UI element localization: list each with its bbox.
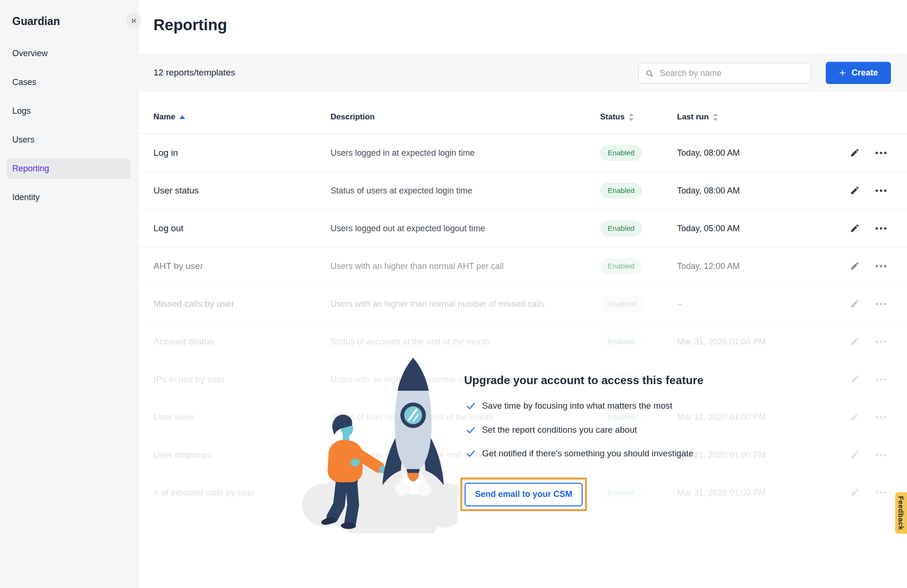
edit-icon <box>850 336 860 346</box>
upgrade-benefit: Get notified if there's something you sh… <box>466 447 694 460</box>
more-actions-button[interactable] <box>874 185 888 197</box>
search-input[interactable] <box>659 68 804 79</box>
edit-icon <box>850 412 860 422</box>
edit-button[interactable] <box>848 411 861 423</box>
more-actions-icon <box>875 227 887 230</box>
report-name: AHT by user <box>153 261 203 271</box>
last-run: Mar 31, 2020 01:00 PM <box>677 336 766 346</box>
edit-button[interactable] <box>848 487 861 499</box>
sidebar-item-logs[interactable]: Logs <box>0 101 138 121</box>
table-row[interactable]: Missed calls by userUsers with an higher… <box>138 285 907 323</box>
more-actions-button[interactable] <box>874 222 888 235</box>
more-actions-icon <box>875 302 887 306</box>
table-row[interactable]: Log outUsers logged out at expected logo… <box>138 210 907 247</box>
edit-icon <box>850 223 860 233</box>
report-description: Users with an higher than normal AHT per… <box>331 261 504 271</box>
table-row[interactable]: Account StatusStatus of accounts at the … <box>138 323 907 361</box>
edit-icon <box>850 148 860 158</box>
edit-button[interactable] <box>848 298 861 310</box>
upgrade-title: Upgrade your account to access this feat… <box>464 374 704 387</box>
last-run: Today, 05:00 AM <box>677 223 740 233</box>
last-run: Mar 31, 2020 01:00 PM <box>677 412 766 422</box>
benefit-check-icon <box>466 448 476 459</box>
create-button[interactable]: Create <box>826 62 891 84</box>
report-name: Account Status <box>153 336 214 347</box>
upgrade-rocket-illustration <box>297 349 458 533</box>
more-actions-icon <box>875 491 887 495</box>
more-actions-icon <box>875 415 887 419</box>
column-header-name[interactable]: Name <box>153 111 185 123</box>
report-name: # of inbound calls by user <box>153 487 255 498</box>
table-row[interactable]: User statusStatus of users at expected l… <box>138 172 907 210</box>
column-header-last-run[interactable]: Last run <box>677 111 718 123</box>
sidebar-item-reporting[interactable]: Reporting <box>7 158 131 179</box>
page-title: Reporting <box>153 16 227 34</box>
table-row[interactable]: AHT by userUsers with an higher than nor… <box>138 247 907 285</box>
edit-button[interactable] <box>848 147 861 159</box>
more-actions-button[interactable] <box>874 487 888 499</box>
search-box[interactable] <box>638 63 811 84</box>
sort-asc-icon <box>179 115 185 119</box>
edit-button[interactable] <box>848 449 861 461</box>
report-name: User ringroups <box>153 450 212 460</box>
edit-icon <box>850 374 860 384</box>
sidebar-nav: Overview Cases Logs Users Reporting Iden… <box>0 43 138 216</box>
edit-button[interactable] <box>848 260 861 272</box>
more-actions-button[interactable] <box>874 298 888 310</box>
sort-icon <box>629 113 634 121</box>
last-run: Today, 08:00 AM <box>677 148 740 158</box>
last-run: Mar 31, 2020 01:00 PM <box>677 487 766 497</box>
more-actions-button[interactable] <box>874 449 888 461</box>
report-description: Status of users at expected login time <box>331 185 472 195</box>
column-header-status[interactable]: Status <box>600 111 634 123</box>
edit-icon <box>850 261 860 271</box>
more-actions-icon <box>875 453 887 457</box>
feedback-tab[interactable]: Feedback <box>895 492 907 534</box>
last-run: – <box>677 299 682 309</box>
more-actions-icon <box>875 378 887 381</box>
report-description: Users with an higher than normal number … <box>331 299 544 309</box>
create-plus-icon <box>839 69 847 77</box>
sort-icon <box>713 113 718 121</box>
status-badge: Enabled <box>600 145 642 161</box>
reports-count-label: 12 reports/templates <box>153 55 235 91</box>
report-name: Log out <box>153 223 183 234</box>
table-row[interactable]: Log inUsers logged in at expected login … <box>138 134 907 172</box>
edit-button[interactable] <box>848 185 861 197</box>
edit-icon <box>850 450 860 460</box>
report-name: IPs in use by user <box>153 374 225 385</box>
sidebar-item-users[interactable]: Users <box>0 129 138 150</box>
feedback-tab-label: Feedback <box>897 496 905 530</box>
search-icon <box>645 69 653 78</box>
status-badge: Enabled <box>600 485 642 501</box>
benefit-check-icon <box>466 401 476 411</box>
sidebar-item-overview[interactable]: Overview <box>0 43 138 64</box>
more-actions-icon <box>875 189 887 193</box>
more-actions-button[interactable] <box>874 373 888 386</box>
edit-button[interactable] <box>848 373 861 386</box>
more-actions-button[interactable] <box>874 147 888 159</box>
table-header: Name Description Status Last run <box>138 91 907 134</box>
report-name: Log in <box>153 148 178 158</box>
send-email-csm-button[interactable]: Send email to your CSM <box>465 483 583 506</box>
collapse-sidebar-button[interactable] <box>127 13 141 28</box>
sidebar-item-cases[interactable]: Cases <box>0 72 138 92</box>
upgrade-benefit: Set the report conditions you care about <box>466 424 637 436</box>
status-badge: Disabled <box>600 296 644 312</box>
more-actions-icon <box>875 340 887 344</box>
more-actions-button[interactable] <box>874 336 888 348</box>
status-badge: Enabled <box>600 183 642 199</box>
edit-button[interactable] <box>848 222 861 235</box>
create-button-label: Create <box>851 68 878 78</box>
more-actions-button[interactable] <box>874 411 888 423</box>
more-actions-button[interactable] <box>874 260 888 272</box>
sidebar: Guardian Overview Cases Logs Users Repor… <box>0 0 138 588</box>
sidebar-item-identity[interactable]: Identity <box>0 187 138 208</box>
cta-highlight-annotation: Send email to your CSM <box>460 478 587 511</box>
report-name: User status <box>153 185 199 196</box>
edit-button[interactable] <box>848 336 861 348</box>
last-run: Today, 08:00 AM <box>677 185 740 195</box>
report-description: Status of accounts at the end of the mon… <box>331 336 490 346</box>
more-actions-icon <box>875 264 887 268</box>
edit-icon <box>850 299 860 309</box>
